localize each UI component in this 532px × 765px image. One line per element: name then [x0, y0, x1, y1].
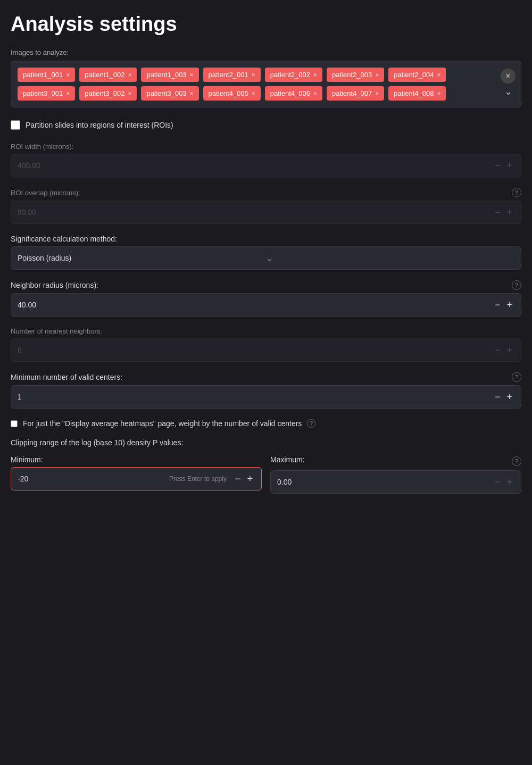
- image-tag: patient4_008×: [388, 86, 446, 101]
- image-tag-remove[interactable]: ×: [375, 90, 379, 97]
- image-tag-remove[interactable]: ×: [252, 90, 255, 97]
- image-tag-label: patient1_003: [146, 71, 186, 79]
- clipping-range-group: Clipping range of the log (base 10) dens…: [11, 438, 521, 494]
- min-valid-centers-input[interactable]: [18, 393, 493, 401]
- image-tag: patient1_002×: [79, 68, 137, 82]
- image-tag-remove[interactable]: ×: [437, 71, 440, 79]
- maximum-input[interactable]: [277, 478, 493, 486]
- significance-label: Significance calculation method:: [11, 235, 117, 243]
- neighbor-radius-label: Neighbor radius (microns):: [11, 281, 98, 289]
- neighbor-radius-group: Neighbor radius (microns): ? − +: [11, 280, 521, 317]
- min-max-row: Minimum: Press Enter to apply − + Maximu…: [11, 455, 521, 494]
- image-tag-remove[interactable]: ×: [128, 71, 131, 79]
- min-valid-centers-minus[interactable]: −: [493, 392, 503, 402]
- expand-button[interactable]: ⌄: [504, 86, 512, 97]
- image-tag-remove[interactable]: ×: [128, 90, 131, 97]
- roi-overlap-minus[interactable]: −: [493, 207, 503, 217]
- nearest-neighbors-input[interactable]: [18, 346, 493, 354]
- minimum-minus[interactable]: −: [233, 474, 243, 484]
- image-tag-remove[interactable]: ×: [375, 71, 379, 79]
- image-tag-label: patient1_001: [23, 71, 63, 79]
- minimum-plus[interactable]: +: [245, 474, 255, 484]
- roi-width-label: ROI width (microns):: [11, 143, 73, 151]
- image-tag-remove[interactable]: ×: [66, 90, 70, 97]
- minimum-input-row: Press Enter to apply − +: [11, 467, 262, 490]
- image-tag-remove[interactable]: ×: [190, 71, 194, 79]
- maximum-help-icon[interactable]: ?: [512, 456, 521, 466]
- image-tag: patient2_001×: [203, 68, 261, 82]
- image-tag: patient1_001×: [18, 68, 75, 82]
- image-tag: patient1_003×: [141, 68, 198, 82]
- maximum-label: Maximum:: [270, 455, 305, 464]
- image-tag-label: patient1_002: [85, 71, 124, 79]
- nearest-neighbors-minus[interactable]: −: [493, 345, 503, 355]
- roi-overlap-label: ROI overlap (microns):: [11, 189, 80, 197]
- image-tag-label: patient3_001: [23, 89, 63, 97]
- weight-label[interactable]: For just the "Display average heatmaps" …: [23, 419, 302, 428]
- maximum-plus[interactable]: +: [504, 477, 514, 487]
- minimum-label: Minimum:: [11, 455, 262, 464]
- clear-all-button[interactable]: ×: [501, 69, 516, 84]
- significance-select[interactable]: Poisson (radius) ⌄: [11, 246, 521, 270]
- image-tag-label: patient3_002: [85, 89, 124, 97]
- minimum-hint: Press Enter to apply: [169, 475, 227, 483]
- min-valid-centers-help-icon[interactable]: ?: [512, 372, 521, 382]
- maximum-col: Maximum: ? − +: [270, 455, 521, 494]
- image-tag-remove[interactable]: ×: [190, 90, 194, 97]
- neighbor-radius-input[interactable]: [18, 301, 493, 309]
- minimum-input[interactable]: [18, 475, 163, 483]
- partition-checkbox[interactable]: [11, 120, 20, 130]
- image-tag: patient3_002×: [79, 86, 137, 101]
- image-tag-label: patient2_003: [332, 71, 372, 79]
- image-tag: patient4_007×: [327, 86, 384, 101]
- maximum-minus[interactable]: −: [493, 477, 503, 487]
- min-valid-centers-plus[interactable]: +: [504, 392, 514, 402]
- image-tag: patient2_003×: [327, 68, 384, 82]
- images-box: patient1_001×patient1_002×patient1_003×p…: [11, 61, 521, 107]
- image-tag: patient4_006×: [265, 86, 322, 101]
- min-valid-centers-group: Minimum number of valid centers: ? − +: [11, 372, 521, 409]
- significance-value: Poisson (radius): [18, 254, 266, 262]
- image-tag-remove[interactable]: ×: [437, 90, 440, 97]
- roi-width-group: ROI width (microns): − +: [11, 143, 521, 177]
- minimum-col: Minimum: Press Enter to apply − +: [11, 455, 262, 490]
- neighbor-radius-help-icon[interactable]: ?: [512, 280, 521, 290]
- image-tag: patient4_005×: [203, 86, 261, 101]
- roi-width-input[interactable]: [18, 161, 493, 170]
- image-tag: patient3_001×: [18, 86, 75, 101]
- neighbor-radius-input-row: − +: [11, 293, 521, 317]
- images-label: Images to analyze:: [11, 48, 521, 56]
- min-valid-centers-label: Minimum number of valid centers:: [11, 373, 122, 381]
- image-tag-label: patient4_007: [332, 89, 372, 97]
- image-tag-label: patient4_005: [209, 89, 248, 97]
- image-tag-remove[interactable]: ×: [66, 71, 70, 79]
- nearest-neighbors-plus[interactable]: +: [504, 345, 514, 355]
- roi-overlap-input[interactable]: [18, 208, 493, 217]
- roi-overlap-input-row: − +: [11, 201, 521, 224]
- significance-group: Significance calculation method: Poisson…: [11, 235, 521, 270]
- neighbor-radius-plus[interactable]: +: [504, 300, 514, 310]
- image-tag: patient2_002×: [265, 68, 322, 82]
- page-title: Analysis settings: [11, 13, 521, 36]
- min-valid-centers-input-row: − +: [11, 385, 521, 409]
- roi-width-minus[interactable]: −: [493, 161, 503, 170]
- weight-checkbox[interactable]: [11, 420, 18, 427]
- image-tag-remove[interactable]: ×: [252, 71, 255, 79]
- roi-overlap-group: ROI overlap (microns): ? − +: [11, 188, 521, 224]
- nearest-neighbors-input-row: − +: [11, 338, 521, 362]
- image-tag-label: patient4_008: [394, 89, 434, 97]
- image-tag-label: patient2_004: [394, 71, 434, 79]
- neighbor-radius-minus[interactable]: −: [493, 300, 503, 310]
- image-tag-remove[interactable]: ×: [313, 71, 317, 79]
- circle-x-icon: ×: [505, 71, 510, 81]
- roi-overlap-help-icon[interactable]: ?: [512, 188, 521, 197]
- roi-width-plus[interactable]: +: [504, 161, 514, 170]
- image-tag: patient2_004×: [388, 68, 446, 82]
- partition-label[interactable]: Partition slides into regions of interes…: [26, 121, 173, 129]
- image-tag-label: patient3_003: [146, 89, 186, 97]
- significance-chevron-icon: ⌄: [266, 253, 514, 263]
- roi-overlap-plus[interactable]: +: [504, 207, 514, 217]
- weight-help-icon[interactable]: ?: [307, 419, 315, 428]
- clipping-title: Clipping range of the log (base 10) dens…: [11, 438, 521, 447]
- image-tag-remove[interactable]: ×: [313, 90, 317, 97]
